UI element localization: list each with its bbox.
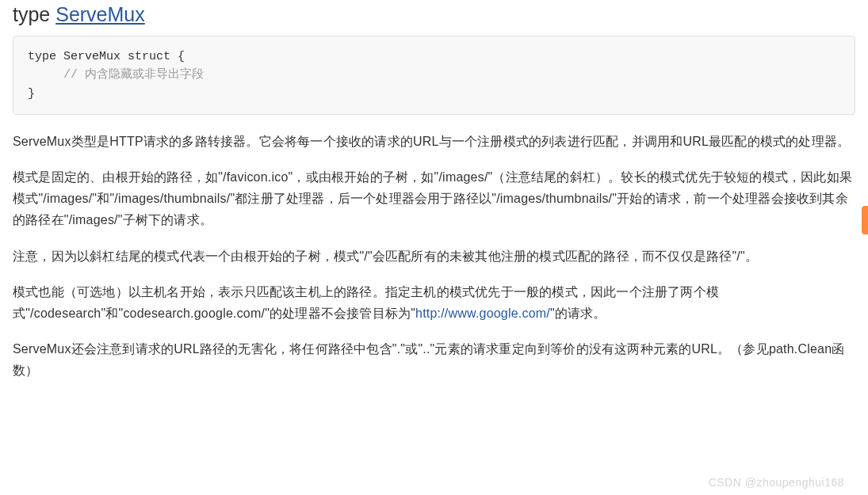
paragraph-4a: 模式也能（可选地）以主机名开始，表示只匹配该主机上的路径。指定主机的模式优先于一…	[13, 285, 719, 320]
right-edge-indicator	[862, 206, 868, 234]
paragraph-3: 注意，因为以斜杠结尾的模式代表一个由根开始的子树，模式"/"会匹配所有的未被其他…	[13, 246, 855, 267]
code-block: type ServeMux struct { // 内含隐藏或非导出字段 }	[13, 36, 855, 115]
code-line-3: }	[28, 87, 35, 101]
watermark-text: CSDN @zhoupenghui168	[709, 476, 844, 489]
typename-link[interactable]: ServeMux	[55, 3, 145, 25]
code-comment-indent: //	[28, 68, 85, 82]
code-line-1: type ServeMux struct {	[28, 50, 185, 63]
paragraph-5: ServeMux还会注意到请求的URL路径的无害化，将任何路径中包含"."或".…	[13, 338, 855, 381]
code-comment-text: 内含隐藏或非导出字段	[85, 68, 204, 82]
paragraph-4b: "的请求。	[550, 307, 606, 320]
type-keyword: type	[13, 3, 50, 25]
google-link[interactable]: http://www.google.com/	[415, 307, 550, 320]
type-heading: type ServeMux	[13, 3, 855, 26]
paragraph-2: 模式是固定的、由根开始的路径，如"/favicon.ico"，或由根开始的子树，…	[13, 166, 855, 231]
paragraph-1: ServeMux类型是HTTP请求的多路转接器。它会将每一个接收的请求的URL与…	[13, 131, 855, 152]
paragraph-4: 模式也能（可选地）以主机名开始，表示只匹配该主机上的路径。指定主机的模式优先于一…	[13, 281, 855, 324]
